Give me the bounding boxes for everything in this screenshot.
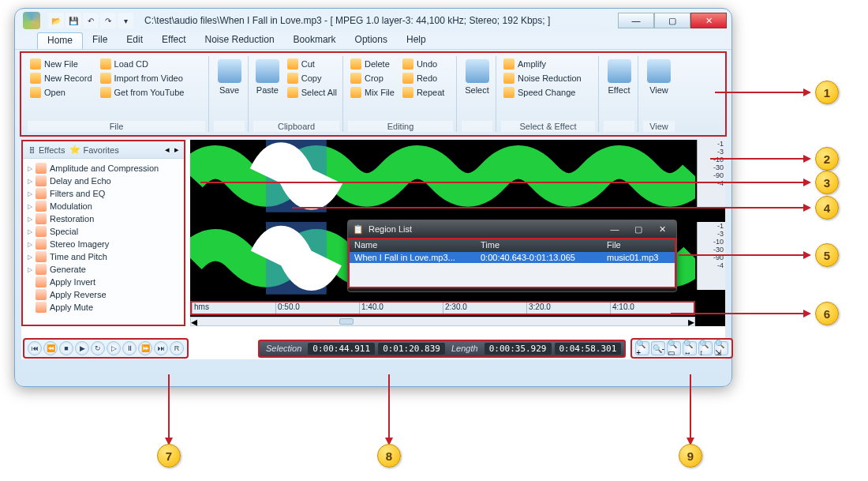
col-file[interactable]: File: [602, 239, 675, 252]
forward-button[interactable]: ⏩: [138, 341, 152, 355]
fx-special[interactable]: ▷Special: [26, 225, 181, 238]
scrollbar-thumb[interactable]: [339, 318, 354, 325]
region-minimize-button[interactable]: —: [605, 224, 624, 234]
view-button[interactable]: View: [643, 56, 675, 121]
menu-file[interactable]: File: [83, 32, 117, 49]
rewind-button[interactable]: ⏪: [43, 341, 58, 355]
fx-generate[interactable]: ▷Generate: [26, 263, 181, 276]
region-close-button[interactable]: ✕: [653, 224, 672, 235]
zoom-in-button[interactable]: 🔍+: [635, 341, 649, 355]
arrow-5: [679, 254, 805, 256]
go-start-button[interactable]: ⏮: [28, 341, 42, 355]
mix-file-button[interactable]: Mix File: [348, 86, 397, 99]
fx-reverse[interactable]: ▷Apply Reverse: [26, 288, 181, 301]
undo-button[interactable]: Undo: [400, 58, 447, 70]
select-button[interactable]: Select: [462, 56, 492, 121]
new-record-button[interactable]: New Record: [28, 72, 95, 85]
select-all-button[interactable]: Select All: [285, 86, 339, 99]
fx-time-pitch[interactable]: ▷Time and Pitch: [26, 250, 181, 263]
go-end-button[interactable]: ⏭: [154, 341, 168, 355]
crop-button[interactable]: Crop: [348, 72, 397, 85]
pause-button[interactable]: ⏸: [122, 341, 137, 355]
fx-amplitude[interactable]: ▷Amplitude and Compression: [26, 162, 181, 175]
menu-effect[interactable]: Effect: [152, 32, 195, 49]
repeat-icon: [402, 87, 413, 98]
fx-restoration[interactable]: ▷Restoration: [26, 212, 181, 225]
loop-button[interactable]: ↻: [91, 341, 105, 355]
group-clipboard-label: Clipboard: [253, 121, 339, 132]
qat-undo-icon[interactable]: ↶: [83, 13, 99, 28]
play-selection-button[interactable]: ▷: [107, 341, 121, 355]
get-youtube-button[interactable]: Get from YouTube: [98, 86, 187, 99]
menu-home[interactable]: Home: [37, 32, 83, 49]
region-list-titlebar[interactable]: 📋 Region List — ▢ ✕: [348, 220, 676, 238]
import-video-button[interactable]: Import from Video: [98, 72, 187, 85]
fx-invert[interactable]: ▷Apply Invert: [26, 276, 181, 288]
open-button[interactable]: Open: [28, 86, 95, 99]
selection-label: Selection: [263, 344, 305, 353]
col-name[interactable]: Name: [350, 239, 476, 252]
menu-help[interactable]: Help: [397, 32, 436, 49]
horizontal-scrollbar[interactable]: ◂▸: [190, 317, 695, 326]
save-button[interactable]: Save: [214, 56, 245, 121]
mix-icon: [350, 87, 361, 98]
fx-stereo[interactable]: ▷Stereo Imagery: [26, 238, 181, 250]
fx-mute[interactable]: ▷Apply Mute: [26, 301, 181, 314]
region-row[interactable]: When I Fall in Love.mp3... 0:00:40.643-0…: [350, 252, 675, 263]
zoom-out-button[interactable]: 🔍-: [651, 341, 665, 355]
qat-open-icon[interactable]: 📂: [48, 13, 64, 28]
cut-button[interactable]: Cut: [285, 58, 339, 70]
menu-edit[interactable]: Edit: [117, 32, 152, 49]
paste-button[interactable]: Paste: [253, 56, 282, 121]
zoom-full-button[interactable]: 🔍↔: [683, 341, 697, 355]
youtube-icon: [100, 87, 111, 98]
region-time: 0:00:40.643-0:01:13.065: [476, 252, 602, 263]
chevron-right-icon[interactable]: ▸: [174, 145, 179, 155]
zoom-selection-button[interactable]: 🔍▭: [667, 341, 681, 355]
record-icon: [30, 73, 41, 84]
copy-button[interactable]: Copy: [285, 72, 339, 85]
load-cd-button[interactable]: Load CD: [98, 58, 187, 70]
delete-button[interactable]: Delete: [348, 58, 397, 70]
region-list-window[interactable]: 📋 Region List — ▢ ✕ Name Time File When …: [347, 220, 677, 292]
menu-bookmark[interactable]: Bookmark: [284, 32, 346, 49]
minimize-button[interactable]: —: [618, 13, 654, 28]
zoom-in-v-button[interactable]: 🔍↕: [698, 341, 713, 355]
group-select-effect-label: Select & Effect: [501, 121, 595, 132]
timeline-ruler[interactable]: hms 0:50.0 1:40.0 2:30.0 3:20.0 4:10.0: [190, 301, 695, 315]
fx-modulation[interactable]: ▷Modulation: [26, 200, 181, 212]
callout-9: 9: [679, 444, 702, 468]
noise-reduction-button[interactable]: Noise Reduction: [501, 72, 584, 85]
cd-icon: [100, 58, 111, 70]
play-button[interactable]: ▶: [75, 341, 89, 355]
region-maximize-button[interactable]: ▢: [629, 224, 648, 235]
qat-dropdown-icon[interactable]: ▾: [118, 13, 133, 28]
arrow-2: [710, 158, 805, 160]
callout-1: 1: [815, 81, 839, 104]
waveform-left-channel[interactable]: [190, 140, 695, 208]
record-button[interactable]: R: [170, 341, 184, 355]
effect-button[interactable]: Effect: [604, 56, 634, 121]
maximize-button[interactable]: ▢: [654, 13, 690, 28]
chevron-left-icon[interactable]: ◂: [165, 145, 170, 155]
effects-list: ▷Amplitude and Compression ▷Delay and Ec…: [23, 159, 184, 317]
favorites-tab[interactable]: ⭐ Favorites: [69, 145, 118, 155]
repeat-button[interactable]: Repeat: [400, 86, 447, 99]
video-icon: [100, 73, 111, 84]
menu-options[interactable]: Options: [346, 32, 397, 49]
col-time[interactable]: Time: [476, 239, 602, 252]
menu-noise-reduction[interactable]: Noise Reduction: [196, 32, 284, 49]
zoom-controls: 🔍+ 🔍- 🔍▭ 🔍↔ 🔍↕ 🔍⇲: [630, 338, 733, 359]
amplify-button[interactable]: Amplify: [501, 58, 584, 70]
effects-tab[interactable]: 🎚 Effects: [28, 145, 65, 155]
new-file-button[interactable]: New File: [28, 58, 95, 70]
qat-save-icon[interactable]: 💾: [65, 13, 81, 28]
qat-redo-icon[interactable]: ↷: [100, 13, 116, 28]
speed-change-button[interactable]: Speed Change: [501, 86, 584, 99]
close-button[interactable]: ✕: [690, 13, 727, 28]
fx-filters[interactable]: ▷Filters and EQ: [26, 187, 181, 200]
stop-button[interactable]: ■: [59, 341, 73, 355]
redo-button[interactable]: Redo: [400, 72, 447, 85]
fx-delay[interactable]: ▷Delay and Echo: [26, 175, 181, 187]
zoom-out-v-button[interactable]: 🔍⇲: [714, 341, 728, 355]
